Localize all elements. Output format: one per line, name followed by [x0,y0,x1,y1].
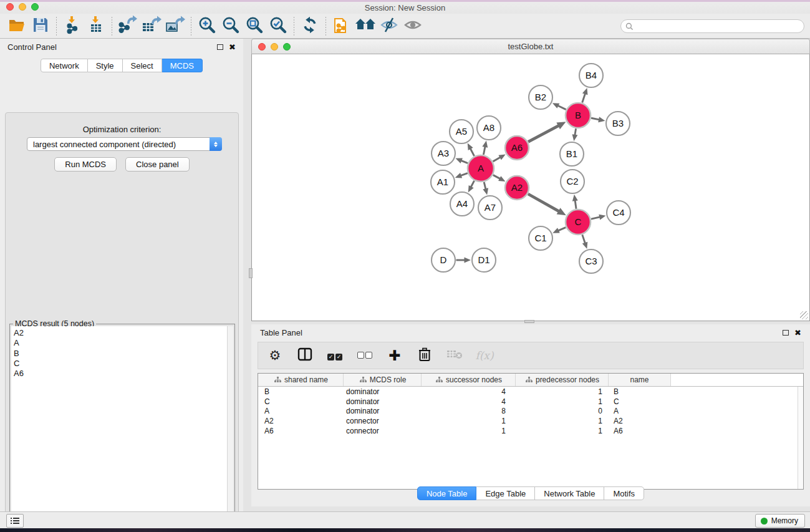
node-B1[interactable]: B1 [560,142,584,166]
table-cell[interactable]: A2 [258,417,344,425]
zoom-out-button[interactable] [219,16,243,37]
table-cell[interactable]: A [258,407,344,415]
tab-network-table[interactable]: Network Table [535,486,604,500]
node-B4[interactable]: B4 [579,64,603,87]
edge-B-B2[interactable] [557,105,566,109]
new-network-from-file-button[interactable] [330,16,354,37]
export-network-button[interactable] [116,16,140,37]
node-D[interactable]: D [432,248,455,272]
gear-button[interactable]: ⚙ [267,347,283,364]
table-row[interactable]: Cdominator41C [258,397,803,407]
node-A[interactable]: A [468,155,494,181]
deselect-all-button[interactable] [357,347,373,364]
table-cell[interactable]: connector [344,427,422,435]
node-C[interactable]: C [566,210,591,235]
mcds-result-list[interactable]: A2ABCA6 [11,326,227,532]
mcds-result-item[interactable]: B [14,349,227,359]
network-minimize-button[interactable] [271,43,278,51]
table-cell[interactable]: A [609,407,671,415]
table-cell[interactable]: A2 [609,417,671,425]
search-field[interactable] [620,19,804,33]
delete-column-button[interactable] [417,347,433,364]
table-row[interactable]: A2connector11A2 [258,416,803,426]
edge-A-A2[interactable] [493,175,500,179]
network-zoom-button[interactable] [283,43,291,51]
run-mcds-button[interactable]: Run MCDS [54,157,117,172]
edge-A-A4[interactable] [471,181,474,187]
column-header-name[interactable]: name [609,374,671,386]
node-C2[interactable]: C2 [561,170,584,193]
mcds-result-item[interactable]: C [14,359,227,369]
node-A1[interactable]: A1 [431,170,455,194]
mcds-result-item[interactable]: A2 [14,328,227,338]
resize-grip[interactable] [800,311,808,319]
edge-C-C3[interactable] [582,235,586,243]
minimize-window-button[interactable] [19,3,26,11]
float-panel-icon[interactable] [217,44,223,50]
zoom-selected-button[interactable] [266,16,290,37]
table-cell[interactable]: dominator [344,387,422,396]
table-cell[interactable]: A6 [609,427,671,435]
search-input[interactable] [634,22,804,31]
network-canvas[interactable]: AA1A2A3A4A5A6A7A8BB1B2B3B4CC1C2C3C4DD1 [251,54,810,321]
node-B[interactable]: B [566,103,591,128]
edge-A-A8[interactable] [483,147,485,155]
edge-A-A3[interactable] [461,160,468,163]
refresh-button[interactable] [298,16,322,37]
table-cell[interactable]: 1 [516,417,609,425]
table-cell[interactable]: 1 [422,417,516,425]
network-window-titlebar[interactable]: testGlobe.txt [251,39,810,54]
save-session-button[interactable] [29,16,52,37]
optimization-criterion-dropdown[interactable]: largest connected component (directed) [27,137,222,151]
table-cell[interactable]: C [609,397,671,406]
edge-A-A1[interactable] [461,173,468,176]
splitter-handle-horizontal[interactable] [524,320,534,323]
memory-button[interactable]: Memory [755,514,805,528]
network-close-button[interactable] [258,43,266,51]
node-A7[interactable]: A7 [478,196,502,220]
mcds-result-item[interactable]: A [14,338,227,348]
node-A8[interactable]: A8 [477,116,501,140]
table-cell[interactable]: 8 [422,407,516,415]
table-cell[interactable]: 1 [516,427,609,435]
mcds-result-item[interactable]: A6 [14,369,227,379]
edge-B-B3[interactable] [591,118,599,120]
open-file-button[interactable] [5,16,29,37]
edge-A2-C[interactable] [528,194,559,211]
edge-C-C4[interactable] [591,217,600,219]
edge-C-C1[interactable] [558,228,566,231]
zoom-in-button[interactable] [195,16,219,37]
split-view-button[interactable] [297,347,313,364]
home-button[interactable] [354,16,377,37]
table-scrollbar[interactable] [798,387,803,489]
table-cell[interactable]: B [258,387,344,396]
edge-A-A7[interactable] [484,182,486,189]
node-A3[interactable]: A3 [432,142,455,165]
column-header-successor-nodes[interactable]: successor nodes [422,374,516,386]
table-close-panel-icon[interactable]: ✖ [794,329,801,337]
tab-node-table[interactable]: Node Table [417,486,477,500]
result-scrollbar[interactable] [227,326,233,532]
zoom-fit-button[interactable] [243,16,266,37]
table-cell[interactable]: C [258,397,344,406]
node-C3[interactable]: C3 [579,249,603,273]
export-table-button[interactable] [140,16,163,37]
edge-A-A5[interactable] [470,148,474,156]
tab-motifs[interactable]: Motifs [604,486,644,500]
task-history-button[interactable] [6,514,24,528]
table-cell[interactable]: 1 [516,397,609,406]
column-header-predecessor-nodes[interactable]: predecessor nodes [516,374,609,386]
table-float-panel-icon[interactable] [783,330,789,336]
close-window-button[interactable] [6,3,14,11]
add-column-button[interactable]: ✚ [387,347,403,364]
table-row[interactable]: Bdominator41B [258,387,803,397]
column-header-MCDS-role[interactable]: MCDS role [344,374,422,386]
node-C1[interactable]: C1 [529,226,552,250]
table-cell[interactable]: dominator [344,397,422,406]
import-table-from-file-button[interactable] [84,16,108,37]
edge-B-B1[interactable] [575,128,576,135]
edge-B-B4[interactable] [582,94,586,103]
table-cell[interactable]: 1 [516,387,609,396]
edge-A6-B[interactable] [528,125,559,142]
select-all-button[interactable]: ✓✓ [327,347,343,364]
